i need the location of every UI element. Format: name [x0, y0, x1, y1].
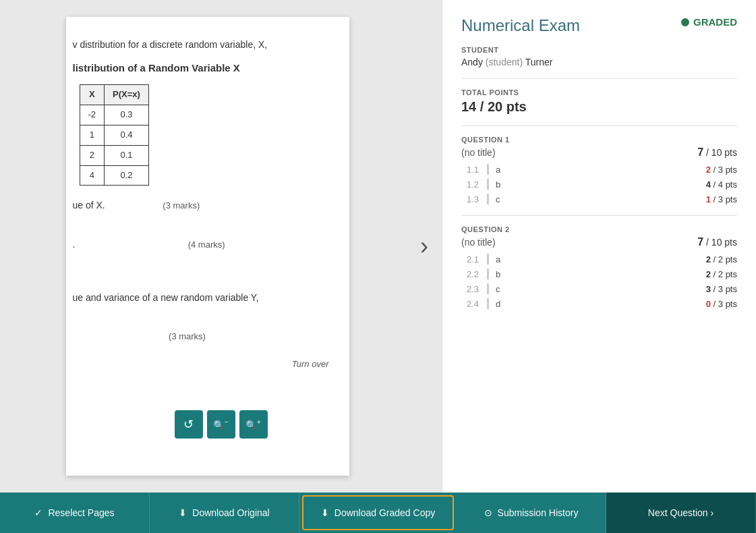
- question-1-title: (no title): [461, 147, 496, 158]
- exam-title: Numerical Exam: [461, 16, 580, 35]
- subq-num: 1.1: [467, 165, 487, 175]
- subq-label: d: [496, 299, 706, 309]
- table-cell-px: 0.4: [105, 125, 149, 145]
- zoom-out-button[interactable]: 🔍−: [207, 410, 235, 439]
- student-label: STUDENT: [461, 46, 737, 54]
- next-page-arrow[interactable]: ›: [420, 232, 428, 260]
- zoom-out-icon: 🔍−: [213, 418, 229, 430]
- subq-pts: 2 / 2 pts: [706, 269, 737, 279]
- subq-scored: 4: [706, 179, 711, 190]
- paper-intro: v distribution for a discrete random var…: [73, 37, 329, 52]
- table-row: 20.1: [80, 145, 148, 165]
- subq-pts: 2 / 2 pts: [706, 254, 737, 264]
- subq-bar: [487, 298, 489, 309]
- subq-bar: [487, 254, 489, 264]
- total-points-value: 14 / 20 pts: [461, 99, 737, 115]
- subq-num: 2.1: [467, 254, 487, 264]
- download-original-icon: ⬇: [179, 507, 187, 518]
- list-item: 2.2 b 2 / 2 pts: [461, 269, 737, 279]
- subq-total: / 3 pts: [714, 194, 737, 204]
- bottom-toolbar: ✓ Reselect Pages ⬇ Download Original ⬇ D…: [0, 493, 756, 533]
- table-cell-px: 0.3: [105, 105, 149, 125]
- subq-pts: 2 / 3 pts: [706, 165, 737, 175]
- paper-table-heading: listribution of a Random Variable X: [73, 60, 329, 76]
- subq-total: / 3 pts: [714, 284, 737, 294]
- table-cell-x: 1: [80, 125, 105, 145]
- question-1-header: QUESTION 1: [461, 136, 737, 144]
- table-row: 40.2: [80, 165, 148, 186]
- submission-history-label: Submission History: [498, 507, 579, 518]
- list-item: 2.3 c 3 / 3 pts: [461, 283, 737, 294]
- subq-bar: [487, 269, 489, 279]
- subq-pts: 4 / 4 pts: [706, 179, 737, 190]
- download-graded-button[interactable]: ⬇ Download Graded Copy: [302, 495, 454, 530]
- subq-scored: 2: [706, 254, 711, 264]
- paper-line2: . (4 marks): [73, 237, 329, 252]
- table-cell-x: 4: [80, 165, 105, 186]
- table-cell-px: 0.1: [105, 145, 149, 165]
- table-row: -20.3: [80, 105, 148, 125]
- turn-over-text: Turn over: [73, 358, 329, 372]
- paper-container: v distribution for a discrete random var…: [66, 17, 349, 476]
- zoom-in-icon: 🔍+: [245, 418, 261, 430]
- question-1-pts: 7 / 10 pts: [697, 146, 737, 159]
- subq-scored: 1: [706, 194, 711, 204]
- paper-line1: ue of X. (3 marks): [73, 198, 329, 213]
- zoom-in-button[interactable]: 🔍+: [239, 410, 268, 439]
- table-cell-x: 2: [80, 145, 105, 165]
- question-2-pts: 7 / 10 pts: [697, 236, 737, 248]
- subq-num: 2.4: [467, 299, 487, 309]
- reselect-pages-button[interactable]: ✓ Reselect Pages: [0, 493, 150, 533]
- subq-bar: [487, 283, 489, 294]
- next-question-button[interactable]: Next Question ›: [606, 493, 756, 533]
- subq-label: c: [496, 194, 706, 204]
- list-item: 1.1 a 2 / 3 pts: [461, 164, 737, 175]
- subquestions-q2: 2.1 a 2 / 2 pts 2.2 b 2 / 2 pts 2.3 c 3 …: [461, 254, 737, 309]
- exam-paper-panel: v distribution for a discrete random var…: [0, 0, 442, 493]
- subq-label: b: [496, 179, 706, 190]
- zoom-controls: ↺ 🔍− 🔍+: [175, 410, 268, 439]
- question-2-row: (no title) 7 / 10 pts: [461, 236, 737, 248]
- question-2-title: (no title): [461, 237, 496, 248]
- subq-pts: 0 / 3 pts: [706, 299, 737, 309]
- divider-1: [461, 78, 737, 79]
- grade-panel: Numerical Exam GRADED STUDENT Andy (stud…: [442, 0, 756, 493]
- submission-history-button[interactable]: ⊙ Submission History: [457, 493, 606, 533]
- list-item: 1.2 b 4 / 4 pts: [461, 179, 737, 190]
- question-2-header: QUESTION 2: [461, 225, 737, 233]
- divider-2: [461, 125, 737, 126]
- paper-marks3: (3 marks): [73, 329, 329, 344]
- grade-header: Numerical Exam GRADED: [461, 16, 737, 35]
- list-item: 1.3 c 1 / 3 pts: [461, 194, 737, 204]
- subq-scored: 3: [706, 284, 711, 294]
- question-2-section: QUESTION 2 (no title) 7 / 10 pts 2.1 a 2…: [461, 225, 737, 309]
- subq-num: 1.2: [467, 179, 487, 190]
- subq-pts: 3 / 3 pts: [706, 284, 737, 294]
- subq-total: / 3 pts: [714, 299, 737, 309]
- divider-3: [461, 215, 737, 216]
- list-item: 2.4 d 0 / 3 pts: [461, 298, 737, 309]
- total-points-section: TOTAL POINTS 14 / 20 pts: [461, 88, 737, 115]
- graded-badge: GRADED: [681, 16, 737, 28]
- table-row: 10.4: [80, 125, 148, 145]
- student-section: STUDENT Andy (student) Turner: [461, 46, 737, 67]
- table-header-px: P(X=x): [105, 85, 149, 105]
- subq-bar: [487, 179, 489, 190]
- subq-total: / 2 pts: [714, 269, 737, 279]
- table-cell-x: -2: [80, 105, 105, 125]
- zoom-reset-icon: ↺: [183, 417, 194, 432]
- subq-total: / 3 pts: [714, 165, 737, 175]
- subq-num: 2.3: [467, 284, 487, 294]
- subq-scored: 0: [706, 299, 711, 309]
- history-icon: ⊙: [484, 507, 492, 518]
- subq-label: c: [496, 284, 706, 294]
- list-item: 2.1 a 2 / 2 pts: [461, 254, 737, 264]
- subq-label: a: [496, 165, 706, 175]
- subq-num: 2.2: [467, 269, 487, 279]
- subq-bar: [487, 164, 489, 175]
- subq-scored: 2: [706, 165, 711, 175]
- total-points-label: TOTAL POINTS: [461, 88, 737, 96]
- zoom-reset-button[interactable]: ↺: [175, 410, 203, 439]
- reselect-pages-label: Reselect Pages: [48, 507, 114, 518]
- download-original-button[interactable]: ⬇ Download Original: [150, 493, 299, 533]
